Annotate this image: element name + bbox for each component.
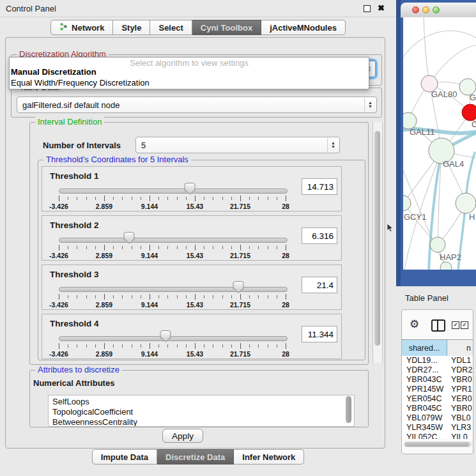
cell-shared-name: YLR345W xyxy=(402,423,447,433)
number-of-intervals-value: 5 xyxy=(141,141,146,150)
close-icon[interactable]: ✖ xyxy=(378,3,385,13)
slider-tick-labels: -3.4262.8599.14415.4321.71528 xyxy=(59,350,287,359)
slider-tick-label: 9.144 xyxy=(141,301,158,309)
checkbox-icon[interactable]: ✓ xyxy=(452,321,459,329)
window-frame xyxy=(396,0,401,286)
table-row[interactable]: YDL19... YDL1 xyxy=(402,356,473,365)
tab-jactivemnodules[interactable]: jActiveMNodules xyxy=(261,20,346,35)
tab-network[interactable]: Network xyxy=(50,20,113,35)
threshold-slider[interactable]: -3.4262.8599.14415.4321.71528 xyxy=(59,330,286,358)
threshold-label: Threshold 1 xyxy=(50,171,99,181)
network-node[interactable] xyxy=(462,104,476,121)
slider-tick-label: 2.859 xyxy=(96,252,112,259)
tab-style[interactable]: Style xyxy=(113,20,150,35)
threshold-value-input[interactable] xyxy=(302,326,337,342)
panel-vertical-scrollbar[interactable] xyxy=(372,122,383,363)
threshold-slider[interactable]: -3.4262.8599.14415.4321.71528 xyxy=(59,281,286,309)
network-window-titlebar[interactable] xyxy=(401,3,476,18)
table-row[interactable]: YLR345W YLR3 xyxy=(402,423,473,433)
scrollbar-thumb[interactable] xyxy=(405,442,469,447)
cell-shared-name: YBR043C xyxy=(402,375,447,385)
cell-shared-name: YDL19... xyxy=(402,356,447,365)
dropdown-option-manual[interactable]: Manual Discretization xyxy=(11,67,96,77)
slider-track[interactable] xyxy=(59,287,288,292)
slider-tick-labels: -3.4262.8599.14415.4321.71528 xyxy=(59,301,287,310)
list-item[interactable]: TopologicalCoefficient xyxy=(52,407,354,417)
bottom-tab-bar: Impute Data Discretize Data Infer Networ… xyxy=(0,449,396,464)
cell-name: YIL0 xyxy=(447,433,473,439)
threshold-value-input[interactable] xyxy=(302,227,337,244)
slider-track[interactable] xyxy=(59,188,288,194)
network-node[interactable] xyxy=(430,237,445,252)
slider-tick-label: -3.426 xyxy=(49,252,68,259)
table-data-combobox[interactable]: galFiltered.sif default node ▲▼ xyxy=(17,96,377,113)
cell-name: YER0 xyxy=(447,394,473,404)
table-row[interactable]: YPR145W YPR1 xyxy=(402,385,473,394)
minimize-traffic-light-icon[interactable] xyxy=(422,6,429,13)
table-row[interactable]: YDR27... YDR2 xyxy=(402,365,473,375)
tab-infer-network[interactable]: Infer Network xyxy=(234,449,304,464)
network-node[interactable] xyxy=(403,196,411,211)
slider-tick-label: 21.715 xyxy=(230,301,250,309)
table-row[interactable]: YBL079W YBL0 xyxy=(402,413,473,423)
slider-handle[interactable] xyxy=(233,281,244,295)
checkbox-icon[interactable]: ✓ xyxy=(461,321,468,329)
network-node[interactable] xyxy=(456,193,476,213)
threshold-panel: Threshold 2 -3.4262.8599.14415.4321.7152… xyxy=(42,215,342,261)
slider-tick-label: 15.43 xyxy=(187,301,203,309)
list-item[interactable]: SelfLoops xyxy=(52,397,354,407)
slider-tick-label: 15.43 xyxy=(187,203,203,210)
horizontal-scrollbar[interactable] xyxy=(404,441,472,447)
column-header-shared-name[interactable]: shared... xyxy=(402,340,447,357)
threshold-panel: Threshold 4 -3.4262.8599.14415.4321.7152… xyxy=(42,314,342,359)
threshold-value-input[interactable] xyxy=(302,178,337,195)
network-node-label: GCY1 xyxy=(404,212,426,222)
number-of-intervals-label: Number of Intervals xyxy=(43,141,121,150)
top-tab-bar: Network Style Select Cyni Toolbox jActiv… xyxy=(0,20,396,35)
float-window-icon[interactable] xyxy=(364,5,371,12)
cell-shared-name: YER054C xyxy=(402,394,447,404)
slider-tick-label: 15.43 xyxy=(187,252,203,259)
tab-discretize-data[interactable]: Discretize Data xyxy=(157,449,234,464)
tab-select[interactable]: Select xyxy=(150,20,192,35)
network-node-label: H xyxy=(469,212,475,222)
slider-handle[interactable] xyxy=(185,183,196,196)
slider-tick-label: 28 xyxy=(282,252,289,259)
network-node[interactable] xyxy=(440,262,452,270)
network-icon xyxy=(59,22,68,33)
network-canvas[interactable]: GAL80GACGAL11GAL4GCY1HHAP2 xyxy=(403,17,476,270)
cell-shared-name: YIL052C xyxy=(402,433,447,439)
threshold-value-input[interactable] xyxy=(302,277,337,293)
slider-major-ticks xyxy=(59,245,287,250)
threshold-slider[interactable]: -3.4262.8599.14415.4321.71528 xyxy=(59,183,286,211)
cell-shared-name: YPR145W xyxy=(402,385,447,394)
columns-icon[interactable] xyxy=(431,319,445,332)
numerical-attributes-list[interactable]: SelfLoops TopologicalCoefficient Between… xyxy=(48,395,355,427)
column-header-name[interactable]: n xyxy=(447,340,473,357)
slider-track[interactable] xyxy=(59,336,288,341)
table-row[interactable]: YBR043C YBR0 xyxy=(402,375,473,385)
slider-handle[interactable] xyxy=(160,330,171,344)
slider-track[interactable] xyxy=(59,238,288,243)
combo-stepper-icon[interactable]: ▲▼ xyxy=(327,138,339,152)
close-traffic-light-icon[interactable] xyxy=(412,6,419,13)
cell-name: YDL1 xyxy=(447,356,473,365)
zoom-traffic-light-icon[interactable] xyxy=(433,6,440,13)
settings-gear-icon[interactable]: ⚙ xyxy=(410,318,419,331)
list-item[interactable]: BetweennessCentrality xyxy=(52,417,354,427)
cell-name: YBL0 xyxy=(447,413,473,423)
table-row[interactable]: YER054C YER0 xyxy=(402,394,473,404)
combo-stepper-icon[interactable]: ▲▼ xyxy=(364,98,376,112)
table-row[interactable]: YBR045C YBR0 xyxy=(402,404,473,413)
table-header-row: shared... n xyxy=(402,339,473,357)
dropdown-option-equal-width[interactable]: Equal Width/Frequency Discretization xyxy=(11,78,150,88)
table-row[interactable]: YIL052C YIL0 xyxy=(402,433,473,439)
scrollbar-thumb[interactable] xyxy=(374,131,380,346)
tab-cyni-toolbox[interactable]: Cyni Toolbox xyxy=(192,20,261,35)
number-of-intervals-combobox[interactable]: 5 ▲▼ xyxy=(135,137,340,153)
threshold-slider[interactable]: -3.4262.8599.14415.4321.71528 xyxy=(59,232,286,260)
list-scrollbar[interactable] xyxy=(346,396,351,423)
slider-handle[interactable] xyxy=(124,232,135,245)
tab-impute-data[interactable]: Impute Data xyxy=(92,449,157,464)
apply-button[interactable]: Apply xyxy=(162,429,203,443)
